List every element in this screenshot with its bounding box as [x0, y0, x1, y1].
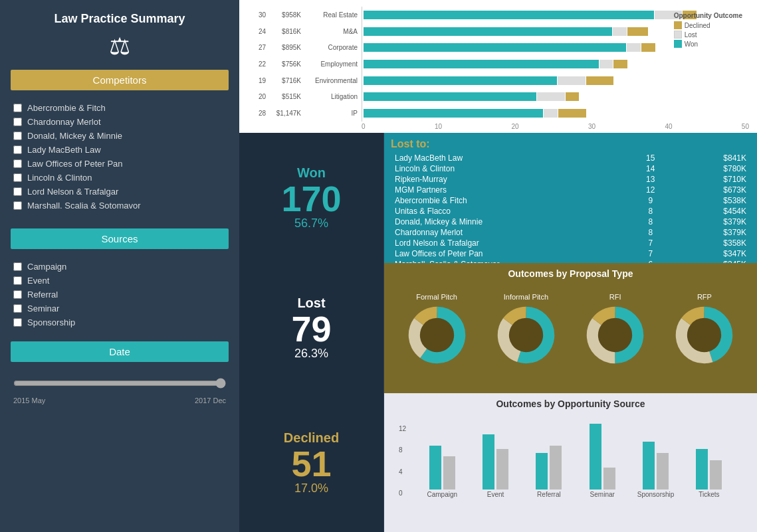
competitor-item[interactable]: Lord Nelson & Trafalgar	[13, 185, 226, 199]
competitor-label: Law Offices of Peter Pan	[27, 159, 123, 169]
donut-item: RFP	[673, 293, 736, 367]
competitor-checkbox[interactable]	[13, 104, 22, 112]
chart-legend: Opportunity Outcome Declined Lost Won	[674, 12, 742, 49]
declined-bar	[641, 43, 655, 52]
competitor-label: Lincoln & Clinton	[27, 173, 92, 183]
source-bar-group	[643, 442, 669, 489]
source-checkbox[interactable]	[13, 276, 22, 285]
competitor-item[interactable]: Abercrombie & Fitch	[13, 101, 226, 115]
lost-to-amount: $347K	[671, 248, 750, 259]
lost-to-row: Unitas & Flacco 8 $454K	[391, 206, 750, 217]
lost-to-amount: $379K	[671, 227, 750, 238]
source-label: Sponsorship	[27, 317, 75, 327]
date-slider[interactable]	[13, 378, 226, 389]
lost-to-row: MGM Partners 12 $673K	[391, 185, 750, 195]
date-start-label: 2015 May	[13, 397, 45, 404]
donut-svg	[405, 304, 469, 367]
lost-to-name: Lord Nelson & Trafalgar	[391, 238, 631, 248]
lost-to-name: Law Offices of Peter Pan	[391, 248, 631, 259]
legend-lost: Lost	[674, 31, 742, 39]
bar-name: M&A	[305, 28, 358, 35]
third-row: Lost 79 26.3% Outcomes by Proposal Type …	[239, 263, 757, 393]
bar-amount: $958K	[269, 11, 301, 19]
source-checkbox[interactable]	[13, 290, 22, 299]
sources-list: CampaignEventReferralSeminarSponsorship	[0, 254, 239, 335]
competitor-item[interactable]: Marshall. Scalia & Sotomavor	[13, 199, 226, 213]
lost-to-amount: $454K	[671, 206, 750, 217]
source-col: Tickets	[689, 449, 729, 498]
competitor-checkbox[interactable]	[13, 201, 22, 210]
source-item[interactable]: Campaign	[13, 260, 226, 274]
lost-to-count: 8	[631, 217, 671, 227]
competitor-item[interactable]: Lady MacBeth Law	[13, 143, 226, 157]
teal-bar	[590, 424, 601, 489]
competitor-label: Marshall. Scalia & Sotomavor	[27, 201, 141, 211]
source-label: Seminar	[27, 304, 59, 313]
lost-to-row: Lord Nelson & Trafalgar 7 $358K	[391, 238, 750, 248]
lost-to-amount: $841K	[671, 153, 750, 163]
source-label: Campaign	[27, 262, 66, 272]
competitor-checkbox[interactable]	[13, 118, 22, 126]
source-item[interactable]: Seminar	[13, 302, 226, 315]
source-checkbox[interactable]	[13, 318, 22, 327]
lost-to-row: Abercrombie & Fitch 9 $538K	[391, 195, 750, 206]
source-item[interactable]: Event	[13, 274, 226, 288]
lost-to-count: 15	[631, 153, 671, 163]
lost-to-count: 13	[631, 174, 671, 185]
donut-svg	[494, 304, 558, 367]
competitor-checkbox[interactable]	[13, 132, 22, 140]
competitor-checkbox[interactable]	[13, 173, 22, 182]
bar-count: 24	[247, 28, 266, 35]
lost-to-amount: $673K	[671, 185, 750, 195]
bar-count: 27	[247, 44, 266, 51]
won-bar	[364, 11, 654, 19]
competitor-item[interactable]: Law Offices of Peter Pan	[13, 157, 226, 171]
lost-to-count: 12	[631, 185, 671, 195]
lost-bar	[613, 27, 627, 36]
declined-percent: 17.0%	[294, 482, 328, 495]
competitor-item[interactable]: Donald, Mickey & Minnie	[13, 129, 226, 143]
scales-icon: ⚖	[0, 29, 239, 64]
competitor-label: Lord Nelson & Trafalgar	[27, 187, 118, 197]
lost-to-count: 9	[631, 195, 671, 206]
source-item[interactable]: Sponsorship	[13, 315, 226, 329]
source-label: Referral	[27, 290, 58, 300]
source-col-label: Event	[487, 491, 504, 498]
legend-won: Won	[674, 40, 742, 48]
source-item[interactable]: Referral	[13, 288, 226, 302]
donut-label: Formal Pitch	[416, 293, 457, 301]
y-label: 12	[399, 425, 406, 432]
declined-bar	[566, 92, 580, 101]
competitor-checkbox[interactable]	[13, 187, 22, 196]
source-bar-group	[483, 434, 508, 489]
bottom-row: Declined 51 17.0% Outcomes by Opportunit…	[239, 393, 757, 532]
source-col: Campaign	[422, 446, 462, 498]
lost-to-count: 7	[631, 238, 671, 248]
source-col: Referral	[529, 446, 569, 498]
competitor-item[interactable]: Lincoln & Clinton	[13, 171, 226, 185]
competitors-button[interactable]: Competitors	[11, 70, 229, 90]
gray-bar	[657, 453, 669, 489]
lost-number: 79	[291, 311, 331, 347]
y-label: 8	[399, 446, 406, 454]
date-section: 2015 May 2017 Dec	[0, 367, 239, 408]
source-checkbox[interactable]	[13, 262, 22, 271]
competitor-checkbox[interactable]	[13, 145, 22, 154]
lost-to-amount: $379K	[671, 217, 750, 227]
lost-percent: 26.3%	[294, 347, 328, 361]
won-bar	[364, 27, 612, 36]
source-col-label: Tickets	[699, 491, 719, 498]
competitor-item[interactable]: Chardonnay Merlot	[13, 115, 226, 129]
gray-bar	[496, 449, 508, 489]
gray-bar	[443, 456, 455, 489]
sources-button[interactable]: Sources	[11, 228, 229, 249]
declined-bar	[627, 27, 648, 36]
lost-bar	[537, 92, 565, 101]
bar-amount: $515K	[269, 93, 301, 100]
declined-bar	[613, 60, 627, 68]
competitor-checkbox[interactable]	[13, 159, 22, 168]
donut-label: RFI	[609, 293, 621, 301]
bar-name: Corporate	[305, 44, 358, 51]
date-button[interactable]: Date	[11, 341, 229, 362]
source-checkbox[interactable]	[13, 304, 22, 313]
